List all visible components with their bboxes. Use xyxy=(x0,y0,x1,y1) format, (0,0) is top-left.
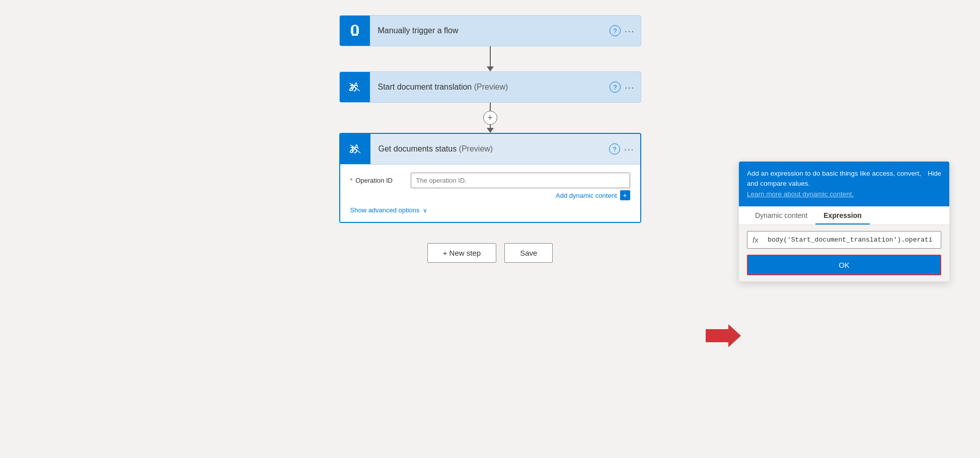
add-dynamic-plus-button[interactable]: + xyxy=(620,190,630,200)
add-dynamic-link[interactable]: Add dynamic content xyxy=(556,192,617,199)
block-actions-2: ? ··· xyxy=(610,82,641,93)
ok-button[interactable]: OK xyxy=(747,255,941,275)
dynamic-content-tab[interactable]: Dynamic content xyxy=(747,206,815,224)
translate-icon-2: あ A xyxy=(340,134,370,164)
save-button[interactable]: Save xyxy=(504,243,553,263)
help-icon-2[interactable]: ? xyxy=(610,82,621,93)
svg-text:A: A xyxy=(354,143,359,150)
manually-trigger-title: Manually trigger a flow xyxy=(370,26,610,35)
red-arrow-indicator xyxy=(706,323,741,350)
get-documents-status-block[interactable]: あ A Get documents status (Preview) ? ···… xyxy=(339,133,641,223)
translate-icon-1: あ A xyxy=(340,72,370,102)
more-icon-2[interactable]: ··· xyxy=(625,82,635,93)
block-actions-3: ? ··· xyxy=(609,143,640,155)
operation-id-input[interactable] xyxy=(411,173,630,188)
dynamic-content-panel: Add an expression to do basic things lik… xyxy=(738,161,950,282)
expanded-block-header: あ A Get documents status (Preview) ? ··· xyxy=(340,134,640,165)
block-actions: ? ··· xyxy=(610,25,641,37)
operation-id-label: * Operation ID xyxy=(350,173,411,184)
expanded-block-body: * Operation ID Add dynamic content + Sho… xyxy=(340,165,640,222)
hide-panel-link[interactable]: Hide xyxy=(928,169,941,179)
chevron-down-icon: ∨ xyxy=(423,207,427,214)
start-doc-title: Start document translation (Preview) xyxy=(370,83,610,92)
fx-icon: fx xyxy=(752,236,763,244)
svg-rect-1 xyxy=(353,29,356,34)
trigger-icon xyxy=(340,16,370,46)
operation-id-input-wrap: Add dynamic content + xyxy=(411,173,630,200)
expression-tab[interactable]: Expression xyxy=(815,206,869,224)
show-advanced-options[interactable]: Show advanced options ∨ xyxy=(350,206,630,214)
svg-text:A: A xyxy=(354,82,358,89)
dynamic-panel-header: Add an expression to do basic things lik… xyxy=(739,162,949,206)
more-icon[interactable]: ··· xyxy=(625,25,635,37)
add-dynamic-row: Add dynamic content + xyxy=(411,190,630,200)
add-step-button[interactable]: + xyxy=(483,111,497,125)
dynamic-panel-body: fx body('Start_document_translation').op… xyxy=(739,225,949,281)
learn-more-link[interactable]: Learn more about dynamic content. xyxy=(747,190,854,198)
svg-marker-8 xyxy=(706,324,741,347)
connector-2: + xyxy=(487,103,494,133)
help-icon[interactable]: ? xyxy=(610,25,621,36)
expression-input-row: fx body('Start_document_translation').op… xyxy=(747,231,941,249)
start-doc-translation-block[interactable]: あ A Start document translation (Preview)… xyxy=(339,71,641,103)
required-star: * xyxy=(350,177,353,184)
operation-id-field-row: * Operation ID Add dynamic content + xyxy=(350,173,630,200)
dynamic-panel-header-text: Add an expression to do basic things lik… xyxy=(747,169,928,199)
new-step-button[interactable]: + New step xyxy=(427,243,496,263)
connector-1 xyxy=(487,46,494,71)
expression-text: body('Start_document_translation').opera… xyxy=(768,236,933,244)
bottom-buttons: + New step Save xyxy=(427,243,553,263)
get-doc-status-title: Get documents status (Preview) xyxy=(370,144,609,154)
ok-button-wrap: OK xyxy=(747,255,941,275)
more-icon-3[interactable]: ··· xyxy=(624,143,634,155)
manually-trigger-block[interactable]: Manually trigger a flow ? ··· xyxy=(339,15,641,46)
dynamic-panel-tabs: Dynamic content Expression xyxy=(739,206,949,225)
help-icon-3[interactable]: ? xyxy=(609,143,620,155)
